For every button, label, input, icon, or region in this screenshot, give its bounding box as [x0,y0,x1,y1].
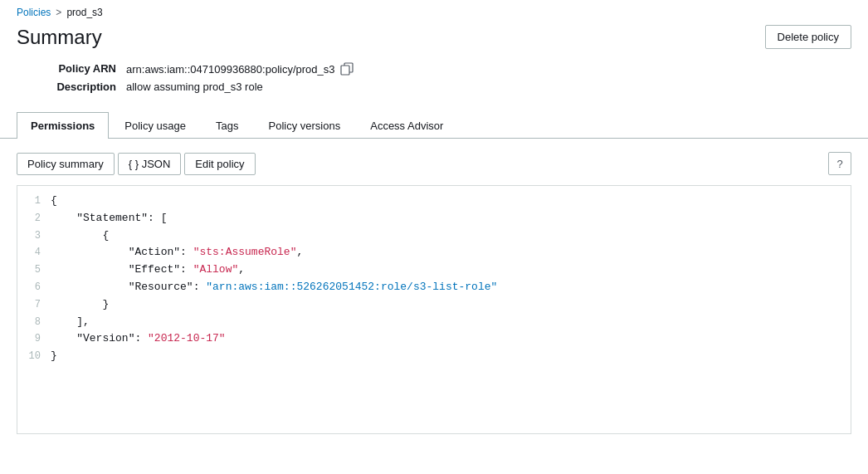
breadcrumb: Policies > prod_s3 [0,0,868,22]
json-line: 10} [17,348,851,365]
line-number: 10 [17,349,51,364]
content-area: Policy summary { } JSON Edit policy ? 1{… [0,139,868,447]
json-arn-link: "arn:aws:iam::526262051452:role/s3-list-… [206,281,497,293]
json-line: 4 "Action": "sts:AssumeRole", [17,244,851,261]
breadcrumb-separator: > [56,7,61,18]
line-content: ], [51,314,851,331]
tab-tags[interactable]: Tags [202,112,252,139]
meta-section: Policy ARN arn:aws:iam::047109936880:pol… [0,62,868,111]
json-line: 8 ], [17,314,851,331]
arn-value: arn:aws:iam::047109936880:policy/prod_s3 [126,62,354,76]
line-number: 8 [17,315,51,330]
json-line: 6 "Resource": "arn:aws:iam::526262051452… [17,279,851,296]
json-key: "Statement" [76,212,148,224]
json-line: 2 "Statement": [ [17,210,851,227]
breadcrumb-policies-link[interactable]: Policies [17,7,51,18]
edit-policy-button[interactable]: Edit policy [184,153,255,175]
line-content: "Action": "sts:AssumeRole", [51,244,851,261]
description-row: Description allow assuming prod_s3 role [17,81,851,93]
json-editor: 1{2 "Statement": [3 {4 "Action": "sts:As… [17,185,851,434]
line-content: } [51,348,851,365]
json-key: "Resource" [129,281,193,293]
line-number: 1 [17,193,51,209]
line-number: 2 [17,211,51,227]
description-value: allow assuming prod_s3 role [126,81,263,93]
page-header: Summary Delete policy [0,22,868,62]
line-content: "Resource": "arn:aws:iam::526262051452:r… [51,279,851,296]
line-number: 5 [17,262,51,278]
tabs-container: Permissions Policy usage Tags Policy ver… [0,111,868,139]
sub-toolbar-left: Policy summary { } JSON Edit policy [17,153,256,175]
json-key: "Effect" [129,263,180,276]
line-number: 4 [17,245,51,261]
svg-rect-1 [341,66,349,75]
breadcrumb-current: prod_s3 [66,7,102,18]
json-string-value: "Allow" [193,263,239,276]
json-string-value: "sts:AssumeRole" [193,246,297,258]
copy-arn-icon[interactable] [340,62,354,76]
delete-policy-button[interactable]: Delete policy [765,25,851,49]
json-key: "Action" [129,246,180,258]
policy-summary-button[interactable]: Policy summary [17,153,115,175]
json-string-value: "2012-10-17" [148,332,226,345]
json-line: 3 { [17,227,851,245]
sub-toolbar: Policy summary { } JSON Edit policy ? [17,152,851,175]
arn-label: Policy ARN [17,62,116,75]
line-content: } [51,296,851,314]
line-number: 3 [17,228,51,244]
tab-policy-versions[interactable]: Policy versions [255,112,355,139]
description-label: Description [17,81,116,93]
json-button[interactable]: { } JSON [118,153,182,175]
tab-policy-usage[interactable]: Policy usage [110,112,200,139]
json-key: "Version" [76,332,134,345]
help-icon: ? [836,158,842,170]
line-content: { [51,227,851,245]
line-content: "Statement": [ [51,210,851,227]
json-line: 1{ [17,193,851,210]
arn-text: arn:aws:iam::047109936880:policy/prod_s3 [126,63,335,76]
tab-access-advisor[interactable]: Access Advisor [356,112,457,139]
page-wrapper: Policies > prod_s3 Summary Delete policy… [0,0,868,474]
json-line: 7 } [17,296,851,314]
line-content: "Effect": "Allow", [51,261,851,279]
line-content: { [51,193,851,210]
page-title: Summary [17,26,102,49]
json-line: 9 "Version": "2012-10-17" [17,330,851,348]
line-number: 6 [17,280,51,296]
tab-permissions[interactable]: Permissions [17,112,109,139]
arn-row: Policy ARN arn:aws:iam::047109936880:pol… [17,62,851,76]
line-number: 7 [17,297,51,313]
line-content: "Version": "2012-10-17" [51,330,851,348]
line-number: 9 [17,331,51,347]
help-button[interactable]: ? [828,152,851,175]
json-line: 5 "Effect": "Allow", [17,261,851,279]
